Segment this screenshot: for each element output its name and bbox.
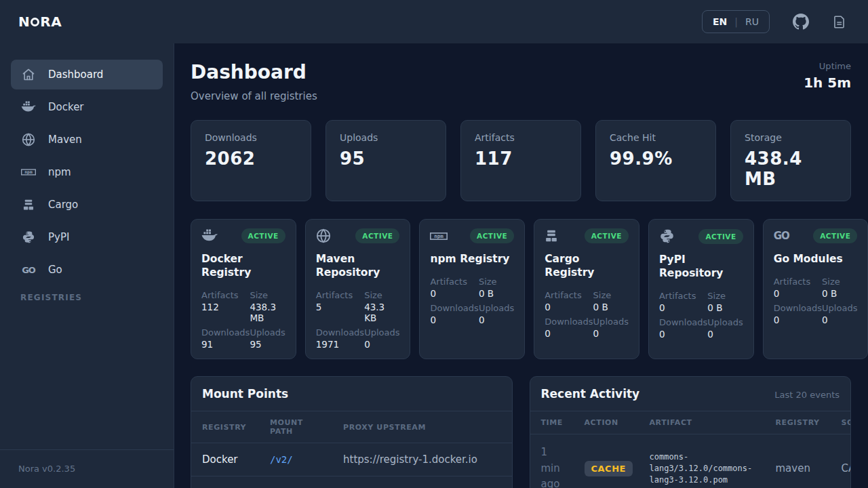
downloads-label: Downloads (201, 327, 250, 338)
sidebar-item-npm[interactable]: npm npm (11, 157, 163, 187)
mount-upstream: https://registry-1.docker.io (332, 443, 512, 476)
size-label: Size (707, 291, 743, 301)
size-label: Size (250, 290, 285, 300)
registry-stats: Artifacts Size 0 0 B Downloads Uploads 0… (659, 287, 743, 340)
npm-icon: npm (430, 232, 448, 240)
sidebar-item-cargo[interactable]: Cargo (11, 190, 163, 220)
uploads-value: 0 (707, 329, 743, 340)
col-mount-path: MOUNT PATH (259, 411, 332, 443)
size-value: 43.3 KB (364, 302, 399, 323)
stat-card-artifacts: Artifacts 117 (460, 120, 581, 201)
stat-card-uploads: Uploads 95 (326, 120, 446, 201)
table-header-row: REGISTRY MOUNT PATH PROXY UPSTREAM (191, 411, 512, 443)
stat-label: Cache Hit (610, 132, 702, 143)
sidebar-item-label: Docker (48, 101, 84, 113)
size-label: Size (822, 277, 857, 287)
registry-name: npm Registry (430, 252, 514, 266)
registry-stats: Artifacts Size 0 0 B Downloads Uploads 0… (545, 286, 629, 339)
npm-icon: npm (20, 169, 37, 176)
uploads-label: Uploads (479, 303, 514, 313)
recent-activity-panel: Recent Activity Last 20 events TIME ACTI… (530, 376, 852, 488)
mount-points-header: Mount Points (191, 377, 512, 411)
registry-stats: Artifacts Size 0 0 B Downloads Uploads 0… (774, 272, 858, 325)
uploads-label: Uploads (822, 303, 857, 313)
logo-o-circle-icon (31, 18, 39, 26)
events-count-label: Last 20 events (774, 390, 840, 400)
page-header: Dashboard Overview of all registries Upt… (191, 61, 851, 102)
topbar: N RA EN | RU (0, 0, 868, 43)
artifacts-label: Artifacts (545, 290, 593, 300)
status-badge: ACTIVE (813, 228, 857, 243)
uptime-block: Uptime 1h 5m (804, 61, 851, 91)
registry-card-top: ACTIVE (316, 228, 400, 243)
lang-en-button[interactable]: EN (713, 16, 727, 27)
col-artifact: ARTIFACT (639, 411, 765, 434)
registry-card-docker[interactable]: ACTIVE Docker Registry Artifacts Size 11… (191, 219, 296, 359)
artifacts-value: 0 (545, 302, 593, 312)
github-icon[interactable] (793, 14, 809, 30)
mount-path: /maven2/ (259, 476, 332, 488)
mount-upstream: https://repo1.maven.org/maven2 (332, 476, 512, 488)
lang-separator: | (734, 16, 738, 27)
registry-card-go[interactable]: GO ACTIVE Go Modules Artifacts Size 0 0 … (763, 219, 868, 359)
table-row: 1 min ago CACHE commons-lang3/3.12.0/com… (530, 434, 852, 488)
uploads-label: Uploads (250, 327, 285, 338)
svg-text:npm: npm (435, 233, 444, 239)
go-icon: GO (774, 230, 789, 242)
docs-file-icon[interactable] (832, 14, 846, 30)
go-icon: GO (20, 265, 37, 275)
registry-name: Go Modules (774, 252, 858, 266)
registry-card-top: ACTIVE (545, 228, 629, 243)
event-time: 1 min ago (530, 434, 574, 488)
artifacts-label: Artifacts (659, 291, 707, 301)
svg-text:npm: npm (24, 169, 33, 175)
globe-icon (316, 228, 331, 243)
sidebar-item-dashboard[interactable]: Dashboard (11, 60, 163, 89)
uploads-value: 0 (593, 328, 629, 339)
artifacts-value: 0 (430, 288, 478, 299)
registry-card-pypi[interactable]: ACTIVE PyPI Repository Artifacts Size 0 … (648, 219, 754, 359)
registry-card-top: npm ACTIVE (430, 228, 514, 243)
event-artifact: commons-lang3/3.12.0/commons-lang3-3.12.… (639, 434, 765, 488)
status-badge: ACTIVE (585, 228, 629, 243)
app-logo[interactable]: N RA (18, 14, 62, 30)
stat-label: Uploads (340, 132, 432, 143)
stat-value: 99.9% (610, 148, 702, 169)
sidebar-item-pypi[interactable]: PyPI (11, 222, 163, 252)
status-badge: ACTIVE (698, 229, 743, 244)
artifacts-label: Artifacts (774, 277, 822, 287)
docker-whale-icon (201, 229, 218, 243)
event-action-cell: CACHE (574, 434, 639, 488)
sidebar-item-maven[interactable]: Maven (11, 125, 163, 155)
registry-name: Docker Registry (201, 252, 285, 279)
registry-card-top: GO ACTIVE (774, 228, 858, 243)
stat-label: Storage (745, 132, 837, 143)
stats-row: Downloads 2062 Uploads 95 Artifacts 117 … (191, 120, 851, 201)
sidebar-item-go[interactable]: GO Go (11, 255, 163, 285)
sidebar-section-registries: REGISTRIES (11, 293, 163, 302)
sidebar: Dashboard Docker Maven npm npm Cargo (0, 43, 174, 488)
registry-card-maven[interactable]: ACTIVE Maven Repository Artifacts Size 5… (305, 219, 411, 359)
lang-ru-button[interactable]: RU (745, 16, 759, 27)
status-badge: ACTIVE (470, 228, 514, 243)
registry-card-top: ACTIVE (659, 228, 743, 244)
page-subtitle: Overview of all registries (191, 90, 317, 102)
uploads-value: 0 (822, 314, 857, 325)
stat-label: Artifacts (475, 132, 567, 143)
registry-card-npm[interactable]: npm ACTIVE npm Registry Artifacts Size 0… (419, 219, 525, 359)
downloads-value: 0 (545, 328, 593, 339)
registry-card-cargo[interactable]: ACTIVE Cargo Registry Artifacts Size 0 0… (534, 219, 639, 359)
artifacts-label: Artifacts (316, 290, 364, 300)
recent-activity-table: TIME ACTION ARTIFACT REGISTRY SOURCE 1 m… (530, 411, 852, 488)
uploads-value: 0 (364, 339, 399, 350)
event-source: CACHE (831, 434, 852, 488)
table-row: Docker /v2/ https://registry-1.docker.io (191, 443, 512, 476)
app-root: N RA EN | RU Dashboard (0, 0, 868, 488)
col-action: ACTION (574, 411, 639, 434)
registry-stats: Artifacts Size 5 43.3 KB Downloads Uploa… (316, 286, 400, 350)
recent-activity-header: Recent Activity Last 20 events (530, 377, 851, 411)
sidebar-item-docker[interactable]: Docker (11, 92, 163, 122)
artifacts-value: 0 (774, 288, 822, 299)
python-icon (20, 230, 37, 244)
app-version: Nora v0.2.35 (18, 464, 75, 474)
